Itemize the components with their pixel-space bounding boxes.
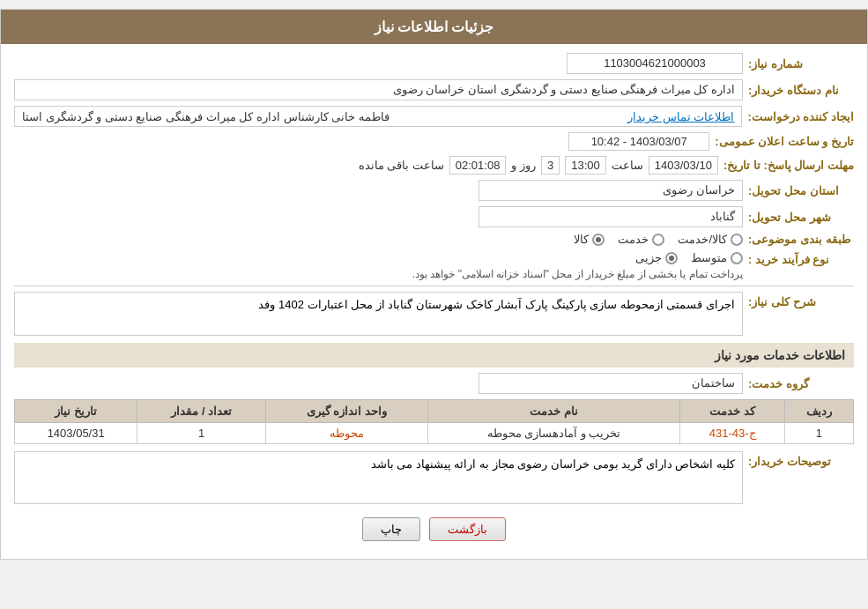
content-area: شماره نیاز: 1103004621000003 نام دستگاه … <box>1 44 867 559</box>
created-value: اطلاعات تماس خریدار فاطمه خانی کارشناس ا… <box>14 106 742 127</box>
farayand-row: نوع فرآیند خرید : متوسط جزیی پرداخت تمام… <box>14 251 854 280</box>
mohlat-date: 1403/03/10 <box>649 156 718 175</box>
group-row: گروه خدمت: ساختمان <box>14 373 854 394</box>
shahr-value: گناباد <box>479 206 743 227</box>
sharh-label: شرح کلی نیاز: <box>748 292 854 308</box>
table-row: 1 ج-43-431 تخریب و آمادهسازی محوطه محوطه… <box>15 423 854 444</box>
farayand-label: نوع فرآیند خرید : <box>748 251 854 266</box>
shahr-row: شهر محل تحویل: گناباد <box>14 206 854 227</box>
farayand-options: متوسط جزیی پرداخت تمام یا بخشی از مبلغ خ… <box>412 251 743 280</box>
mohlat-saat-label: ساعت <box>612 159 643 172</box>
mohlat-details: 1403/03/10 ساعت 13:00 3 روز و 02:01:08 س… <box>359 156 718 175</box>
ostan-row: استان محل تحویل: خراسان رضوی <box>14 180 854 201</box>
farayand-motosat: متوسط <box>691 251 743 264</box>
mohlat-row: مهلت ارسال پاسخ: تا تاریخ: 1403/03/10 سا… <box>14 156 854 175</box>
services-table: ردیف کد خدمت نام خدمت واحد اندازه گیری ت… <box>14 399 854 444</box>
col-date: تاریخ نیاز <box>15 400 137 423</box>
mohlat-remaining: ساعت باقی مانده <box>359 159 444 172</box>
page-header: جزئیات اطلاعات نیاز <box>1 10 867 44</box>
mohlat-rooz: 3 <box>541 156 560 175</box>
shomara-niaz-value: 1103004621000003 <box>567 53 743 74</box>
cell-radif: 1 <box>784 423 853 444</box>
cell-date: 1403/05/31 <box>15 423 137 444</box>
col-name: نام خدمت <box>427 400 680 423</box>
cell-unit: محوطه <box>266 423 428 444</box>
print-button[interactable]: چاپ <box>362 517 420 541</box>
group-label: گروه خدمت: <box>748 377 854 390</box>
toseiat-row: توصیحات خریدار: <box>14 451 854 504</box>
tabaqe-kala: کالا <box>574 233 605 246</box>
date-row: تاریخ و ساعت اعلان عمومی: 1403/03/07 - 1… <box>14 132 854 151</box>
tabaqe-kala-khidmat: کالا/خدمت <box>678 233 743 246</box>
main-container: جزئیات اطلاعات نیاز شماره نیاز: 11030046… <box>0 9 868 560</box>
back-button[interactable]: بازگشت <box>429 517 506 541</box>
daststgah-value: اداره کل میراث فرهنگی صنایع دستی و گردشگ… <box>14 79 743 100</box>
date-label: تاریخ و ساعت اعلان عمومی: <box>715 135 854 148</box>
shomara-niaz-row: شماره نیاز: 1103004621000003 <box>14 53 854 74</box>
cell-kod: ج-43-431 <box>680 423 785 444</box>
sharh-value[interactable] <box>14 292 743 336</box>
tabaqe-kala-khidmat-label: کالا/خدمت <box>678 233 727 246</box>
farayand-motosat-label: متوسط <box>691 251 727 264</box>
col-count: تعداد / مقدار <box>137 400 266 423</box>
created-row: ایجاد کننده درخواست: اطلاعات تماس خریدار… <box>14 106 854 127</box>
tabaqe-kala-radio[interactable] <box>592 234 605 246</box>
page-title: جزئیات اطلاعات نیاز <box>375 19 494 34</box>
created-label: ایجاد کننده درخواست: <box>747 110 854 123</box>
col-kod: کد خدمت <box>680 400 785 423</box>
daststgah-row: نام دستگاه خریدار: اداره کل میراث فرهنگی… <box>14 79 854 100</box>
farayand-motosat-radio[interactable] <box>731 252 743 264</box>
group-value: ساختمان <box>479 373 743 394</box>
shahr-label: شهر محل تحویل: <box>748 211 854 224</box>
tabaqe-row: طبقه بندی موضوعی: کالا/خدمت خدمت کالا <box>14 233 854 246</box>
ostan-label: استان محل تحویل: <box>748 184 854 197</box>
cell-count: 1 <box>137 423 266 444</box>
table-header-row: ردیف کد خدمت نام خدمت واحد اندازه گیری ت… <box>15 400 854 423</box>
shomara-niaz-label: شماره نیاز: <box>748 57 854 71</box>
bottom-buttons: بازگشت چاپ <box>14 517 854 541</box>
col-unit: واحد اندازه گیری <box>266 400 428 423</box>
farayand-jozi-radio[interactable] <box>665 252 678 264</box>
farayand-radios: متوسط جزیی <box>412 251 743 264</box>
tabaqe-kala-label: کالا <box>574 233 589 246</box>
tabaqe-khidmat-radio[interactable] <box>652 234 664 246</box>
tabaqe-kala-khidmat-radio[interactable] <box>731 234 743 246</box>
tabaqe-label: طبقه بندی موضوعی: <box>748 233 854 246</box>
toseiat-value[interactable] <box>14 451 743 504</box>
tabaqe-options: کالا/خدمت خدمت کالا <box>574 233 743 246</box>
tabaqe-khidmat: خدمت <box>618 233 664 246</box>
toseiat-label: توصیحات خریدار: <box>748 451 854 468</box>
farayand-jozi-label: جزیی <box>635 251 662 264</box>
mohlat-label: مهلت ارسال پاسخ: تا تاریخ: <box>723 159 854 172</box>
divider-1 <box>14 286 854 286</box>
mohlat-countdown: 02:01:08 <box>449 156 507 175</box>
ostan-value: خراسان رضوی <box>479 180 743 201</box>
farayand-jozi: جزیی <box>635 251 678 264</box>
mohlat-rooz-label: روز و <box>511 159 536 172</box>
services-section-title: اطلاعات خدمات مورد نیاز <box>14 343 854 368</box>
created-by-text: فاطمه خانی کارشناس اداره کل میراث فرهنگی… <box>22 110 389 123</box>
farayand-desc: پرداخت تمام یا بخشی از مبلغ خریدار از مح… <box>412 268 743 280</box>
tabaqe-khidmat-label: خدمت <box>618 233 649 246</box>
mohlat-saat: 13:00 <box>565 156 606 175</box>
daststgah-label: نام دستگاه خریدار: <box>748 84 854 97</box>
cell-name: تخریب و آمادهسازی محوطه <box>427 423 680 444</box>
date-value: 1403/03/07 - 10:42 <box>568 132 709 151</box>
col-radif: ردیف <box>784 400 853 423</box>
contact-link[interactable]: اطلاعات تماس خریدار <box>627 110 734 123</box>
sharh-row: شرح کلی نیاز: <box>14 292 854 336</box>
